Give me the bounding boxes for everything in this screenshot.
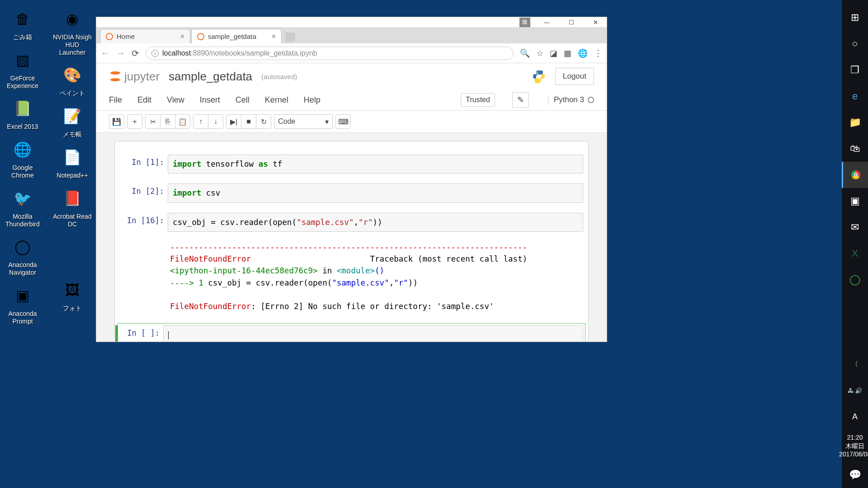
- jupyter-favicon-icon: [197, 33, 204, 40]
- code-cell-selected[interactable]: In [ ]:: [118, 323, 585, 342]
- app-icon: 🎨: [60, 62, 85, 88]
- action-center-icon[interactable]: 💬: [842, 462, 868, 488]
- terminal-icon[interactable]: ▣: [842, 188, 868, 214]
- jupyter-favicon-icon: [106, 33, 113, 40]
- trusted-badge[interactable]: Trusted: [461, 93, 495, 107]
- menu-view[interactable]: View: [167, 95, 184, 105]
- edge-icon[interactable]: e: [842, 83, 868, 109]
- menu-edit[interactable]: Edit: [137, 95, 151, 105]
- notebook-title[interactable]: sample_getdata: [169, 70, 252, 84]
- tray-chevron-icon[interactable]: 〈: [842, 351, 868, 377]
- ime-badge: 隆: [519, 18, 530, 27]
- restart-button[interactable]: ↻: [256, 114, 271, 129]
- desktop-icon[interactable]: ▧GeForce Experience: [0, 46, 45, 92]
- desktop-icon[interactable]: 📗Excel 2013: [0, 94, 45, 132]
- desktop-icon[interactable]: 🐦Mozilla Thunderbird: [0, 184, 45, 230]
- store-icon[interactable]: 🛍: [842, 136, 868, 162]
- cell-input[interactable]: csv_obj = csv.reader(open("sample.csv","…: [168, 213, 583, 232]
- menu-insert[interactable]: Insert: [200, 95, 220, 105]
- app-icon: 🖼: [60, 277, 85, 303]
- stop-button[interactable]: ■: [241, 114, 256, 129]
- logout-button[interactable]: Logout: [555, 68, 594, 85]
- desktop-icon[interactable]: 📕Acrobat Read DC: [50, 184, 95, 230]
- explorer-icon[interactable]: 📁: [842, 109, 868, 136]
- cell-type-select[interactable]: Code▾: [274, 114, 333, 129]
- jupyter-logo[interactable]: jupyter: [109, 70, 160, 84]
- cortana-icon[interactable]: ○: [842, 31, 868, 57]
- app-icon: ◉: [60, 6, 85, 32]
- icon-label: NVIDIA Nsigh HUD Launcher: [52, 33, 93, 56]
- code-cell[interactable]: In [1]: import tensorflow as tf: [118, 152, 585, 176]
- bookmark-star-icon[interactable]: ☆: [536, 48, 543, 58]
- desktop-icon[interactable]: ◉NVIDIA Nsigh HUD Launcher: [50, 5, 95, 58]
- address-bar[interactable]: i localhost:8890/notebooks/sample_getdat…: [146, 47, 514, 60]
- window-maximize-button[interactable]: ☐: [563, 17, 579, 27]
- extension-icon-2[interactable]: ▦: [564, 48, 571, 58]
- nav-reload-icon[interactable]: ⟳: [132, 48, 139, 59]
- icon-label: GeForce Experience: [2, 75, 43, 90]
- app-icon: 📗: [10, 96, 35, 121]
- app-icon: 📄: [60, 145, 85, 170]
- cell-input[interactable]: [163, 325, 583, 342]
- cell-input[interactable]: import tensorflow as tf: [168, 155, 583, 174]
- add-cell-button[interactable]: ＋: [127, 114, 142, 129]
- app-icon: 🐦: [10, 186, 35, 211]
- tab-notebook[interactable]: sample_getdata ×: [191, 29, 282, 43]
- zoom-icon[interactable]: 🔍: [520, 48, 530, 58]
- desktop-icon[interactable]: 🗑ごみ箱: [0, 5, 45, 43]
- extension-icon[interactable]: ◪: [550, 48, 557, 58]
- tab-close-icon[interactable]: ×: [180, 33, 184, 41]
- svg-point-1: [540, 80, 541, 81]
- chrome-taskbar-icon[interactable]: [842, 162, 868, 188]
- copy-button[interactable]: ⎘: [160, 114, 175, 129]
- run-button[interactable]: ▶|: [226, 114, 241, 129]
- new-tab-button[interactable]: [285, 33, 295, 42]
- tab-close-icon[interactable]: ×: [272, 33, 276, 41]
- code-cell[interactable]: In [16]: csv_obj = csv.reader(open("samp…: [118, 211, 585, 234]
- desktop-icon[interactable]: 📄Notepad++: [50, 143, 95, 181]
- ime-indicator[interactable]: A: [842, 404, 868, 430]
- edit-mode-icon[interactable]: ✎: [512, 92, 529, 108]
- cell-input[interactable]: import csv: [168, 183, 583, 202]
- icon-label: Acrobat Read DC: [52, 213, 93, 228]
- nav-back-icon[interactable]: ←: [101, 48, 110, 58]
- desktop-icon[interactable]: 🎨ペイント: [50, 61, 95, 99]
- move-up-button[interactable]: ↑: [193, 114, 208, 129]
- tab-home[interactable]: Home ×: [100, 29, 190, 43]
- mail-icon[interactable]: ✉: [842, 214, 868, 240]
- excel-taskbar-icon[interactable]: X: [842, 240, 868, 267]
- anaconda-icon[interactable]: ◯: [842, 267, 868, 293]
- desktop-icon[interactable]: ▣Anaconda Prompt: [0, 281, 45, 327]
- menu-kernel[interactable]: Kernel: [265, 95, 288, 105]
- window-close-button[interactable]: ✕: [588, 17, 604, 27]
- desktop-icon[interactable]: 📝メモ帳: [50, 102, 95, 140]
- tray-network-volume[interactable]: 🖧 🔊: [842, 377, 868, 404]
- start-button[interactable]: ⊞: [842, 5, 868, 31]
- tab-strip: Home × sample_getdata ×: [96, 27, 607, 43]
- code-cell[interactable]: In [2]: import csv: [118, 181, 585, 205]
- chrome-menu-icon[interactable]: ⋮: [594, 48, 602, 58]
- site-info-icon[interactable]: i: [151, 50, 159, 57]
- chevron-down-icon: ▾: [325, 117, 329, 126]
- app-icon: 🌐: [10, 137, 35, 162]
- menu-file[interactable]: File: [109, 95, 122, 105]
- save-button[interactable]: 💾: [109, 114, 124, 129]
- menu-help[interactable]: Help: [304, 95, 321, 105]
- icon-label: ごみ箱: [13, 33, 32, 41]
- taskbar-clock[interactable]: 21:20 木曜日 2017/06/08: [838, 430, 868, 462]
- move-down-button[interactable]: ↓: [208, 114, 223, 129]
- window-minimize-button[interactable]: —: [538, 17, 555, 27]
- menu-cell[interactable]: Cell: [236, 95, 250, 105]
- task-view-icon[interactable]: ❐: [842, 57, 868, 83]
- cell-prompt: In [16]:: [120, 213, 168, 232]
- app-icon: ◯: [10, 234, 35, 259]
- command-palette-button[interactable]: ⌨: [335, 114, 351, 129]
- translate-icon[interactable]: 🌐: [578, 48, 588, 58]
- desktop-icon[interactable]: ◯Anaconda Navigator: [0, 232, 45, 278]
- icon-label: メモ帳: [63, 131, 82, 138]
- cut-button[interactable]: ✂: [145, 114, 160, 129]
- paste-button[interactable]: 📋: [175, 114, 190, 129]
- desktop-icon[interactable]: 🌐Google Chrome: [0, 135, 45, 181]
- kernel-indicator[interactable]: Python 3: [548, 95, 594, 104]
- desktop-icon[interactable]: 🖼フォト: [50, 276, 95, 314]
